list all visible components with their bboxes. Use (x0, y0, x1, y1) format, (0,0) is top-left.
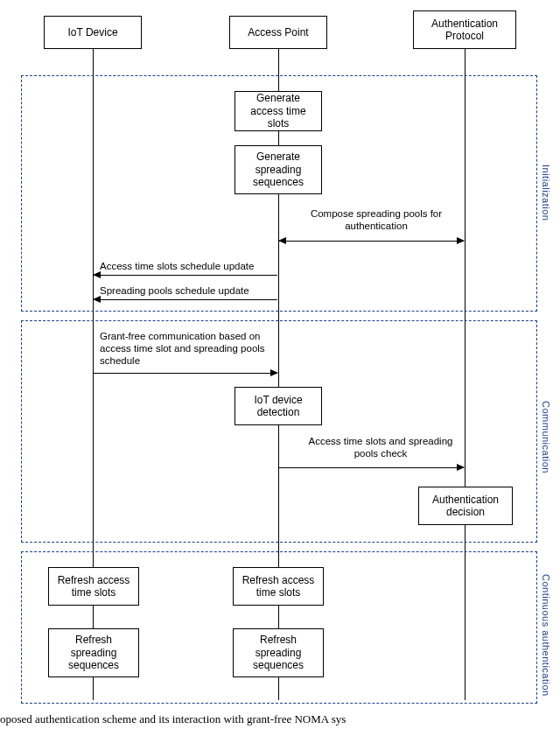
arrow-pools-update (94, 299, 277, 300)
phase-label-comm: Communication (541, 401, 551, 473)
step-refresh-slots-ap: Refresh access time slots (233, 567, 324, 606)
step-text: Refresh spreading sequences (52, 634, 135, 671)
arrowhead-right-icon (270, 369, 278, 376)
msg-grant-free: Grant-free communication based on access… (100, 331, 284, 367)
arrow-grant-free (94, 373, 277, 374)
step-text: Refresh access time slots (52, 574, 135, 599)
arrowhead-right-icon (457, 237, 465, 244)
msg-pools-update: Spreading pools schedule update (100, 285, 292, 298)
step-refresh-seq-ap: Refresh spreading sequences (233, 628, 324, 677)
actor-label: Access Point (248, 26, 308, 39)
msg-compose: Compose spreading pools for authenticati… (289, 208, 464, 233)
step-text: Refresh access time slots (237, 574, 319, 599)
step-generate-slots: Generate access time slots (234, 91, 322, 131)
arrow-slots-update (94, 275, 277, 276)
actor-label: IoT Device (67, 26, 117, 39)
step-auth-decision: Authentication decision (418, 487, 513, 525)
phase-label-cont: Continuous authentication (541, 574, 551, 697)
step-text: Generate spreading sequences (239, 151, 318, 188)
step-text: Refresh spreading sequences (237, 634, 319, 671)
figure-caption: oposed authentication scheme and its int… (0, 712, 560, 726)
step-text: Generate access time slots (239, 92, 318, 130)
msg-slots-update: Access time slots schedule update (100, 261, 292, 273)
step-generate-seq: Generate spreading sequences (234, 145, 322, 194)
arrow-pools-check (279, 467, 464, 468)
arrowhead-left-icon (278, 237, 286, 244)
step-text: Authentication decision (423, 494, 508, 519)
arrow-compose (279, 241, 464, 242)
actor-auth: Authentication Protocol (413, 11, 516, 49)
step-refresh-slots-iot: Refresh access time slots (48, 567, 139, 606)
actor-label: Authentication Protocol (417, 18, 512, 43)
phase-label-init: Initialization (541, 165, 551, 221)
step-iot-detect: IoT device detection (234, 387, 322, 425)
arrowhead-right-icon (457, 464, 465, 471)
step-text: IoT device detection (239, 394, 318, 419)
msg-pools-check: Access time slots and spreading pools ch… (298, 436, 464, 460)
actor-ap: Access Point (229, 16, 327, 49)
sequence-diagram: IoT Device Access Point Authentication P… (0, 0, 560, 729)
actor-iot: IoT Device (44, 16, 142, 49)
step-refresh-seq-iot: Refresh spreading sequences (48, 628, 139, 677)
